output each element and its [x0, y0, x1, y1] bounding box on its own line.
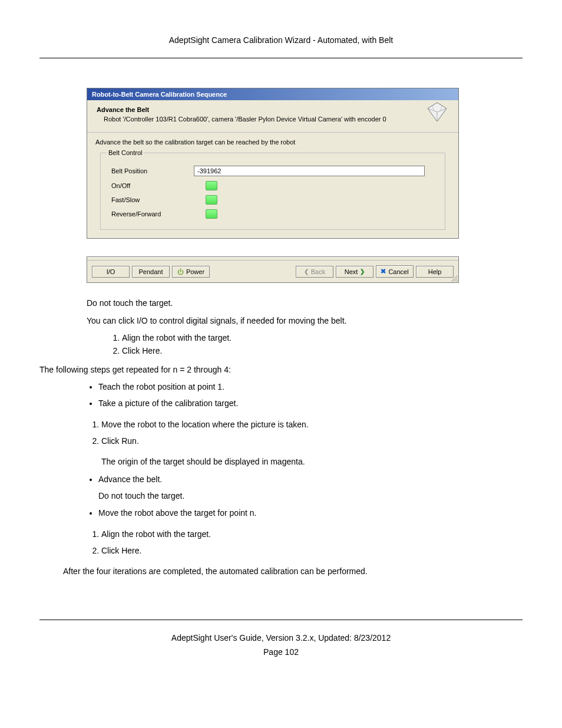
header-rule	[39, 58, 523, 58]
revfwd-label: Reverse/Forward	[111, 210, 194, 218]
step-align-robot-2: Align the robot with the target.	[101, 528, 523, 541]
doc-section: Do not touch the target. You can click I…	[87, 297, 523, 358]
fastslow-label: Fast/Slow	[111, 196, 194, 203]
step-move-robot: Move the robot to the location where the…	[101, 419, 523, 431]
step-title: Advance the Belt	[97, 106, 450, 113]
footer-pagenum: Page 102	[39, 647, 523, 657]
back-button[interactable]: ❮ Back	[296, 266, 333, 278]
power-button[interactable]: ⏻ Power	[172, 266, 210, 278]
onoff-label: On/Off	[111, 182, 194, 189]
li-move-above: Move the robot above the target for poin…	[98, 507, 523, 520]
dialog-buttonbar-window: I/O Pendant ⏻ Power ❮ Back Next ❯ ✖ Canc…	[87, 256, 459, 283]
back-arrow-icon: ❮	[304, 268, 309, 275]
p-click-io: You can click I/O to control digital sig…	[87, 315, 523, 328]
belt-control-fieldset: Belt Control Belt Position On/Off Fast/S…	[100, 149, 445, 230]
p-repeated: The following steps get repeated for n =…	[39, 364, 523, 377]
belt-control-legend: Belt Control	[107, 149, 144, 156]
io-button[interactable]: I/O	[92, 266, 130, 278]
svg-line-6	[456, 280, 458, 282]
li-take-picture: Take a picture of the calibration target…	[98, 397, 523, 410]
svg-line-5	[454, 278, 458, 282]
p-do-not-touch: Do not touch the target.	[87, 297, 523, 310]
belt-position-input[interactable]	[194, 166, 425, 176]
li-advance-belt: Advance the belt.	[98, 473, 523, 486]
footer-guide: AdeptSight User's Guide, Version 3.2.x, …	[39, 633, 523, 643]
power-icon: ⏻	[177, 268, 184, 275]
dialog-window: Robot-to-Belt Camera Calibration Sequenc…	[87, 88, 459, 239]
resize-grip-icon[interactable]	[450, 274, 458, 282]
p-dont-touch-2: Do not touch the target.	[98, 490, 523, 503]
pendant-button[interactable]: Pendant	[132, 266, 170, 278]
onoff-indicator[interactable]	[206, 181, 217, 190]
move-above-steps: Align the robot with the target. Click H…	[90, 528, 523, 557]
li-teach: Teach the robot position at point 1.	[98, 381, 523, 394]
revfwd-indicator[interactable]	[206, 209, 217, 219]
p-after-four: After the four iterations are completed,…	[63, 565, 523, 578]
doc-section-full: The following steps get repeated for n =…	[39, 364, 523, 578]
take-picture-steps: Move the robot to the location where the…	[90, 419, 523, 447]
bullet-list-3: Move the robot above the target for poin…	[39, 507, 523, 520]
p-magenta: The origin of the target should be displ…	[101, 456, 523, 469]
step-subtitle: Robot '/Controller 103/R1 Cobra600', cam…	[104, 116, 450, 123]
belt-position-label: Belt Position	[111, 167, 194, 174]
step-click-here-2: Click Here.	[101, 545, 523, 558]
instruction-text: Advance the belt so the calibration targ…	[95, 139, 449, 146]
page-header: AdeptSight Camera Calibration Wizard - A…	[39, 35, 523, 53]
step-click-run: Click Run.	[101, 435, 523, 448]
help-button[interactable]: Help	[416, 266, 454, 278]
step-click-here: Click Here.	[122, 345, 523, 358]
fastslow-indicator[interactable]	[206, 195, 217, 205]
cancel-x-icon: ✖	[381, 268, 386, 275]
bullet-list: Teach the robot position at point 1. Tak…	[39, 381, 523, 410]
step-align: Align the robot with the target.	[122, 332, 523, 345]
bullet-list-2: Advance the belt.	[39, 473, 523, 486]
dialog-titlebar: Robot-to-Belt Camera Calibration Sequenc…	[87, 88, 458, 100]
next-arrow-icon: ❯	[360, 268, 365, 275]
footer-rule	[39, 620, 523, 620]
next-button[interactable]: Next ❯	[336, 266, 373, 278]
separator	[87, 132, 458, 133]
page-footer: AdeptSight User's Guide, Version 3.2.x, …	[39, 620, 523, 657]
cancel-button[interactable]: ✖ Cancel	[376, 265, 414, 278]
align-steps: Align the robot with the target. Click H…	[87, 332, 523, 357]
diamond-icon	[425, 100, 449, 126]
